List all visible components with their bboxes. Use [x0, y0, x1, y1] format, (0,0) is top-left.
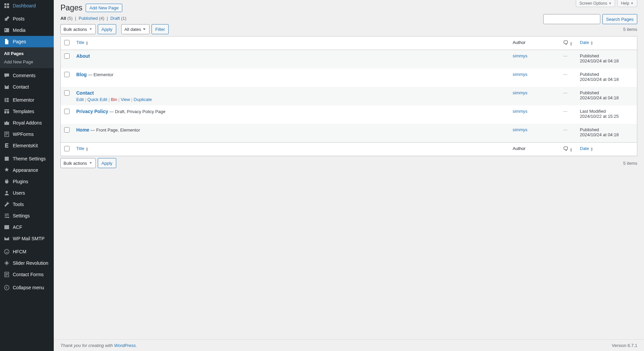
menu-label: HFCM — [13, 249, 26, 254]
filter-draft[interactable]: Draft — [110, 16, 120, 21]
menu-item-templates[interactable]: Templates — [0, 106, 54, 117]
menu-label: Settings — [13, 213, 30, 218]
comment-count: — — [563, 53, 567, 58]
menu-label: Tools — [13, 202, 24, 207]
add-new-page-button[interactable]: Add New Page — [86, 4, 122, 12]
sort-icon — [85, 147, 89, 151]
submenu-item-all-pages[interactable]: All Pages — [0, 49, 54, 58]
column-title[interactable]: Title — [76, 40, 89, 45]
apply-button-bottom[interactable]: Apply — [98, 158, 116, 168]
bin-link[interactable]: Bin — [111, 97, 117, 102]
templates-icon — [3, 108, 10, 115]
menu-item-tools[interactable]: Tools — [0, 199, 54, 210]
menu-item-royal-addons[interactable]: Royal Addons — [0, 117, 54, 129]
slider-icon — [3, 260, 10, 266]
page-link[interactable]: Home — [76, 127, 89, 133]
status-label: Published — [580, 72, 599, 77]
svg-point-4 — [4, 249, 9, 254]
column-date-foot[interactable]: Date — [580, 146, 593, 151]
column-date[interactable]: Date — [580, 40, 593, 45]
comment-count: — — [563, 90, 567, 95]
svg-point-0 — [6, 191, 8, 193]
row-checkbox[interactable] — [64, 53, 70, 59]
comments-icon[interactable]: 🗨 — [563, 146, 568, 152]
page-link[interactable]: About — [76, 53, 90, 59]
author-link[interactable]: simmys — [513, 72, 527, 77]
date-label: 2024/10/24 at 04:18 — [580, 132, 619, 137]
menu-item-plugins[interactable]: Plugins — [0, 176, 54, 187]
row-checkbox[interactable] — [64, 109, 70, 114]
filter-published[interactable]: Published — [79, 16, 98, 21]
sort-icon — [590, 147, 593, 151]
bulk-action-select-top[interactable]: Bulk actions — [60, 24, 96, 34]
submenu-pages: All PagesAdd New Page — [0, 47, 54, 68]
menu-item-contact-forms[interactable]: Contact Forms — [0, 269, 54, 280]
menu-label: Collapse menu — [13, 285, 44, 290]
select-all-checkbox-bottom[interactable] — [64, 146, 70, 151]
pages-table: Title Author 🗨 Date AboutEdit | Quick Ed… — [60, 36, 637, 156]
menu-item-pages[interactable]: Pages — [0, 36, 54, 47]
comment-count: — — [563, 127, 567, 132]
menu-label: Plugins — [13, 179, 28, 184]
bulk-action-select-bottom[interactable]: Bulk actions — [60, 158, 96, 168]
acf-icon — [3, 224, 10, 231]
comments-icon[interactable]: 🗨 — [563, 40, 568, 46]
table-row: AboutEdit | Quick Edit | Bin | View | Du… — [61, 50, 637, 68]
edit-link[interactable]: Edit — [76, 97, 84, 102]
menu-item-wp-mail-smtp[interactable]: WP Mail SMTP — [0, 233, 54, 244]
help-button[interactable]: Help ▼ — [617, 0, 637, 7]
page-link[interactable]: Contact — [76, 90, 94, 96]
menu-item-dashboard[interactable]: Dashboard — [0, 0, 54, 11]
menu-item-collapse-menu[interactable]: Collapse menu — [0, 282, 54, 293]
row-checkbox[interactable] — [64, 72, 70, 77]
menu-item-comments[interactable]: Comments — [0, 70, 54, 81]
wordpress-link[interactable]: WordPress — [114, 343, 136, 348]
menu-item-theme-settings[interactable]: Theme Settings — [0, 153, 54, 164]
settings-icon — [3, 212, 10, 219]
row-checkbox[interactable] — [64, 90, 70, 96]
menu-item-elementskit[interactable]: ElementsKit — [0, 140, 54, 151]
filter-button[interactable]: Filter — [152, 24, 169, 34]
row-checkbox[interactable] — [64, 127, 70, 133]
menu-item-settings[interactable]: Settings — [0, 210, 54, 221]
menu-item-users[interactable]: Users — [0, 187, 54, 199]
page-link[interactable]: Privacy Policy — [76, 109, 108, 114]
contact-icon — [3, 84, 10, 90]
menu-item-posts[interactable]: Posts — [0, 13, 54, 24]
select-all-checkbox-top[interactable] — [64, 40, 70, 45]
screen-options-button[interactable]: Screen Options ▼ — [576, 0, 615, 7]
date-filter-select[interactable]: All dates — [121, 24, 149, 34]
column-title-foot[interactable]: Title — [76, 146, 89, 151]
search-pages-button[interactable]: Search Pages — [602, 14, 637, 24]
submenu-item-add-new-page[interactable]: Add New Page — [0, 58, 54, 66]
ekit-icon — [3, 142, 10, 149]
menu-item-wpforms[interactable]: WPForms — [0, 129, 54, 140]
admin-sidebar: DashboardPostsMediaPagesAll PagesAdd New… — [0, 0, 54, 351]
svg-point-1 — [7, 214, 8, 215]
apply-button-top[interactable]: Apply — [98, 24, 116, 34]
author-link[interactable]: simmys — [513, 90, 527, 95]
royal-icon — [3, 119, 10, 126]
chevron-down-icon: ▼ — [608, 2, 611, 5]
menu-item-slider-revolution[interactable]: Slider Revolution — [0, 257, 54, 269]
elementor-icon — [3, 97, 10, 103]
status-label: Published — [580, 90, 599, 95]
menu-item-appearance[interactable]: Appearance — [0, 164, 54, 176]
chevron-down-icon: ▼ — [631, 2, 634, 5]
tools-icon — [3, 201, 10, 208]
menu-item-acf[interactable]: ACF — [0, 221, 54, 233]
menu-item-elementor[interactable]: Elementor — [0, 94, 54, 106]
svg-point-2 — [6, 215, 7, 216]
quick-edit-link[interactable]: Quick Edit — [87, 97, 107, 102]
author-link[interactable]: simmys — [513, 109, 527, 114]
view-link[interactable]: View — [121, 97, 130, 102]
page-link[interactable]: Blog — [76, 72, 87, 77]
menu-item-hfcm[interactable]: HFCM — [0, 246, 54, 257]
author-link[interactable]: simmys — [513, 127, 527, 132]
menu-item-contact[interactable]: Contact — [0, 81, 54, 93]
duplicate-link[interactable]: Duplicate — [134, 97, 152, 102]
menu-item-media[interactable]: Media — [0, 24, 54, 36]
search-input[interactable] — [543, 14, 600, 24]
filter-all[interactable]: All — [60, 16, 66, 21]
author-link[interactable]: simmys — [513, 53, 527, 58]
